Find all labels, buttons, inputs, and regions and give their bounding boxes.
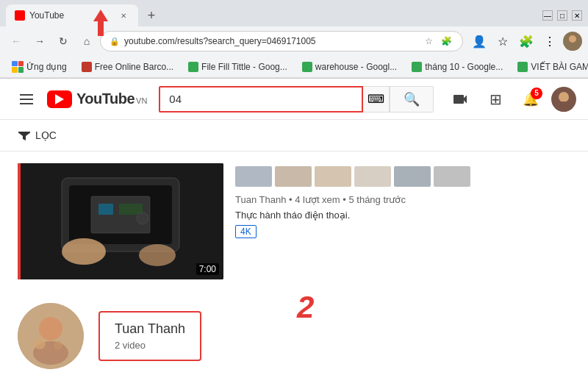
yt-search-input[interactable] — [169, 93, 353, 105]
address-bar[interactable]: 🔒 youtube.com/results?search_query=04691… — [100, 31, 463, 51]
account-icon[interactable]: 👤 — [469, 31, 490, 51]
channel-video-count: 2 video — [115, 340, 185, 351]
swatch-2 — [275, 166, 312, 187]
bookmark-apps[interactable]: Ứng dụng — [6, 60, 73, 74]
tab-bar: YouTube ✕ + — □ ✕ — [0, 0, 588, 26]
maximize-button[interactable]: □ — [557, 10, 567, 21]
svg-point-17 — [34, 338, 46, 349]
notifications-button[interactable]: 🔔 5 — [516, 85, 545, 114]
url-text: youtube.com/results?search_query=0469171… — [124, 36, 417, 46]
search-button[interactable]: 🔍 — [390, 86, 434, 113]
drive-icon-2 — [302, 62, 312, 72]
active-tab[interactable]: YouTube ✕ — [6, 4, 138, 26]
hamburger-menu[interactable] — [12, 85, 41, 114]
channel-avatar-img — [18, 303, 84, 369]
yt-user-avatar[interactable] — [551, 87, 576, 112]
hamburger-icon — [20, 94, 33, 104]
channel-name: Tuan Thanh — [115, 321, 185, 337]
channel-info-box[interactable]: Tuan Thanh 2 video — [98, 311, 201, 361]
video-tag: 4K — [235, 225, 257, 238]
browser-avatar[interactable] — [563, 32, 582, 51]
video-thumbnail[interactable]: 7:00 — [18, 163, 223, 279]
svg-point-4 — [555, 101, 573, 112]
channel-avatar[interactable] — [18, 303, 84, 369]
video-description: Thực hành tháo điện thoại. — [235, 210, 570, 221]
bookmark-apps-label: Ứng dụng — [26, 62, 67, 72]
yt-logo-country: VN — [136, 96, 147, 105]
bookmark-warehouse-label: warehouse - Googl... — [315, 62, 397, 72]
yt-play-triangle — [55, 94, 64, 104]
bookmarks-bar: Ứng dụng Free Online Barco... File Fill … — [0, 56, 588, 78]
video-result: 7:00 Tuan Thanh • 4 lượt xem • 5 tháng t… — [18, 163, 570, 279]
swatch-3 — [315, 166, 351, 187]
close-window-button[interactable]: ✕ — [572, 10, 582, 21]
filter-bar: LỌC — [0, 120, 588, 151]
extension-btn[interactable]: 🧩 — [516, 31, 537, 51]
svg-point-3 — [559, 92, 569, 102]
svg-point-18 — [54, 341, 62, 350]
yt-header-right: ⊞ 🔔 5 — [445, 85, 576, 114]
annotation-arrow-1 — [93, 10, 108, 38]
bookmark-game[interactable]: VIẾT BÀI GAME/AP... — [512, 60, 588, 74]
yt-search-box[interactable] — [159, 86, 363, 113]
drive-icon-3 — [412, 62, 422, 72]
bookmark-star-icon[interactable]: ☆ — [492, 31, 513, 51]
lock-icon: 🔒 — [110, 37, 120, 46]
bookmark-warehouse[interactable]: warehouse - Googl... — [296, 60, 403, 74]
yt-logo[interactable]: YouTube VN — [47, 90, 147, 108]
svg-point-8 — [62, 238, 106, 265]
annotation-number-2: 2 — [297, 290, 314, 325]
filter-icon-svg — [18, 129, 31, 142]
yt-logo-text: YouTube — [76, 90, 135, 107]
svg-point-2 — [566, 43, 579, 51]
video-info: Tuan Thanh • 4 lượt xem • 5 tháng trước … — [235, 163, 570, 238]
swatch-6 — [434, 166, 470, 187]
bookmark-file[interactable]: File Fill Tittle - Goog... — [182, 60, 293, 74]
bookmark-barcode[interactable]: Free Online Barco... — [76, 60, 179, 74]
create-video-button[interactable] — [445, 85, 475, 114]
drive-icon-4 — [517, 62, 528, 72]
thumbnail-image — [18, 163, 223, 279]
yt-search-area: ⌨ 🔍 — [159, 86, 434, 113]
bookmark-thang10-label: tháng 10 - Google... — [425, 62, 503, 72]
drive-icon-1 — [188, 62, 198, 72]
svg-point-13 — [137, 213, 148, 224]
yt-logo-icon — [47, 90, 72, 108]
tab-favicon — [15, 10, 25, 21]
svg-point-15 — [39, 317, 62, 340]
bookmark-file-label: File Fill Tittle - Goog... — [201, 62, 287, 72]
star-icon[interactable]: ☆ — [421, 34, 436, 49]
svg-point-1 — [569, 35, 576, 43]
barcode-icon — [82, 62, 92, 72]
svg-rect-11 — [98, 204, 113, 215]
swatch-1 — [235, 166, 272, 187]
filter-button[interactable]: LỌC — [18, 129, 57, 142]
bookmark-game-label: VIẾT BÀI GAME/AP... — [531, 62, 588, 72]
extension-icon[interactable]: 🧩 — [439, 34, 453, 49]
new-tab-button[interactable]: + — [141, 5, 162, 26]
nav-bar: ← → ↻ ⌂ 🔒 youtube.com/results?search_que… — [0, 26, 588, 56]
yt-header: YouTube VN ⌨ 🔍 ⊞ 🔔 5 — [0, 79, 588, 120]
video-meta: Tuan Thanh • 4 lượt xem • 5 tháng trước — [235, 194, 570, 205]
channel-result: Tuan Thanh 2 video 2 — [18, 297, 570, 375]
bookmark-barcode-label: Free Online Barco... — [95, 62, 173, 72]
svg-marker-0 — [93, 10, 108, 36]
keyboard-button[interactable]: ⌨ — [363, 86, 390, 113]
bookmark-thang10[interactable]: tháng 10 - Google... — [406, 60, 509, 74]
refresh-button[interactable]: ↻ — [53, 31, 74, 51]
forward-button[interactable]: → — [29, 31, 50, 51]
more-options-icon[interactable]: ⋮ — [539, 31, 560, 51]
apps-button[interactable]: ⊞ — [481, 85, 510, 114]
video-progress-bar — [18, 163, 21, 279]
filter-label: LỌC — [35, 129, 57, 141]
tab-title: YouTube — [29, 10, 64, 21]
svg-point-9 — [139, 244, 176, 266]
svg-rect-12 — [119, 204, 143, 215]
tab-close-button[interactable]: ✕ — [118, 10, 129, 21]
minimize-button[interactable]: — — [542, 10, 553, 21]
color-swatches — [235, 166, 570, 187]
apps-grid-icon — [12, 61, 24, 73]
video-duration: 7:00 — [196, 263, 219, 275]
notification-badge: 5 — [531, 88, 542, 99]
back-button[interactable]: ← — [6, 31, 26, 51]
